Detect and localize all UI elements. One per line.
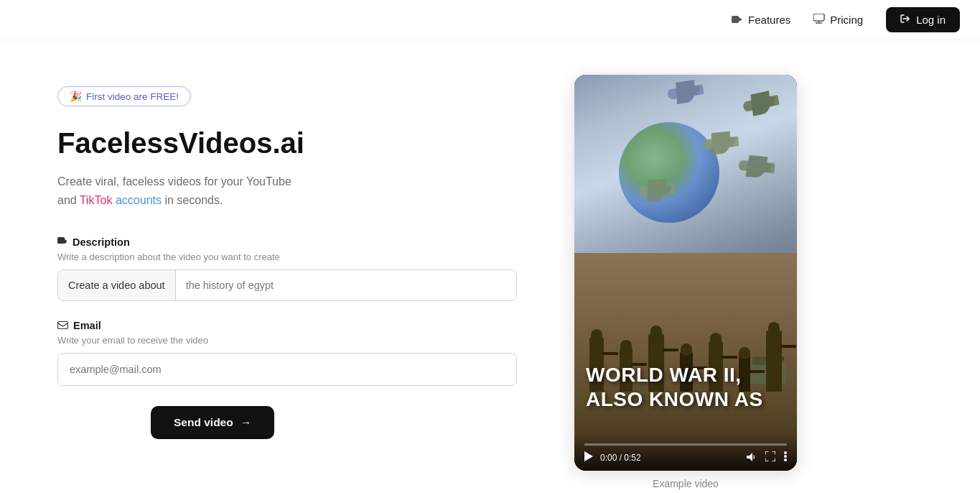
- scene-globe: [619, 122, 719, 223]
- more-options-icon[interactable]: [784, 451, 787, 464]
- badge-emoji: 🎉: [70, 91, 82, 102]
- description-prefix: Create a video about: [58, 270, 176, 300]
- login-button[interactable]: Log in: [886, 7, 960, 32]
- form-section: Description Write a description about th…: [57, 236, 517, 439]
- description-input[interactable]: [176, 270, 516, 300]
- play-button[interactable]: [584, 451, 593, 464]
- email-field-label: Email: [57, 320, 517, 331]
- navbar: Features Pricing Log in: [0, 0, 980, 40]
- svg-marker-9: [584, 451, 593, 461]
- video-icon: [732, 14, 743, 26]
- send-arrow-icon: →: [241, 416, 252, 429]
- email-input[interactable]: [58, 354, 516, 385]
- svg-marker-10: [747, 453, 752, 461]
- description-hint: Write a description about the video you …: [57, 252, 517, 262]
- pricing-label: Pricing: [830, 14, 863, 26]
- description-label: Description: [73, 236, 130, 248]
- video-player[interactable]: WORLD WAR II, ALSO KNOWN AS 0:00 / 0:52: [574, 75, 797, 471]
- svg-rect-0: [732, 16, 739, 23]
- controls-left: 0:00 / 0:52: [584, 451, 641, 464]
- login-label: Log in: [916, 14, 946, 26]
- video-overlay-text: WORLD WAR II, ALSO KNOWN AS: [586, 363, 785, 411]
- features-label: Features: [748, 14, 790, 26]
- volume-icon[interactable]: [747, 452, 757, 464]
- svg-rect-8: [58, 321, 68, 328]
- main-content: 🎉 First video are FREE! FacelessVideos.a…: [0, 40, 980, 489]
- email-hint: Write your email to receive the video: [57, 335, 517, 346]
- svg-point-13: [784, 459, 787, 461]
- login-arrow-icon: [900, 14, 910, 26]
- tiktok-link[interactable]: TikTok: [80, 194, 113, 206]
- right-section: WORLD WAR II, ALSO KNOWN AS 0:00 / 0:52: [574, 75, 797, 489]
- description-field-label: Description: [57, 236, 517, 248]
- example-label: Example video: [653, 478, 719, 489]
- svg-point-11: [784, 451, 787, 454]
- hero-title: FacelessVideos.ai: [57, 126, 517, 160]
- features-nav-link[interactable]: Features: [732, 14, 790, 26]
- fullscreen-icon[interactable]: [765, 451, 775, 464]
- time-display: 0:00 / 0:52: [600, 453, 641, 463]
- svg-rect-2: [813, 14, 824, 21]
- svg-marker-1: [739, 17, 742, 22]
- free-badge[interactable]: 🎉 First video are FREE!: [57, 86, 191, 106]
- video-text-overlay: WORLD WAR II, ALSO KNOWN AS: [586, 363, 785, 411]
- svg-point-12: [784, 455, 787, 458]
- left-section: 🎉 First video are FREE! FacelessVideos.a…: [57, 75, 517, 439]
- subtitle-part3: in seconds.: [162, 194, 223, 206]
- send-button-label: Send video: [174, 416, 233, 429]
- description-input-group: Create a video about: [57, 269, 517, 301]
- controls-right: [747, 451, 787, 464]
- description-icon: [57, 237, 67, 248]
- pricing-icon: [813, 14, 825, 26]
- video-controls: 0:00 / 0:52: [574, 435, 797, 471]
- accounts-link[interactable]: accounts: [116, 194, 162, 206]
- email-field-group: [57, 353, 517, 386]
- email-icon: [57, 321, 68, 331]
- email-label: Email: [73, 320, 101, 331]
- progress-bar[interactable]: [584, 443, 787, 446]
- hero-subtitle: Create viral, faceless videos for your Y…: [57, 172, 302, 209]
- send-video-button[interactable]: Send video →: [151, 406, 274, 439]
- pricing-nav-link[interactable]: Pricing: [813, 14, 863, 26]
- badge-text: First video are FREE!: [86, 91, 179, 102]
- controls-row: 0:00 / 0:52: [584, 451, 787, 464]
- svg-marker-7: [65, 239, 67, 244]
- svg-rect-6: [57, 237, 65, 244]
